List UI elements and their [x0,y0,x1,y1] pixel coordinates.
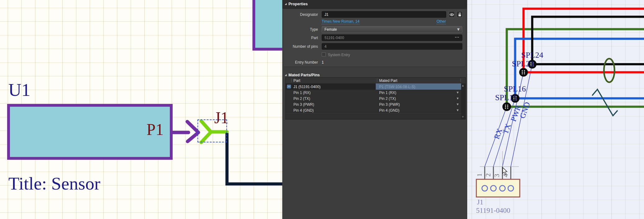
ellipsis-button[interactable]: ··· [455,35,460,39]
connector-part-number[interactable]: 51191-0400 [476,207,510,214]
lock-button[interactable] [456,11,463,18]
harness-design-workspace: U1 P1 Title: Sensor J1 ◢ Properties Desi… [0,0,644,219]
number-of-pins-label: Number of pins [282,44,318,49]
zigzag-symbol[interactable] [592,89,618,116]
schematic-canvas[interactable]: U1 P1 Title: Sensor J1 [0,0,282,219]
collapse-row-button[interactable]: − [287,85,291,88]
visibility-toggle-button[interactable] [449,11,455,18]
designator-input[interactable]: J1 [322,11,446,18]
font-link[interactable]: Times New Roman, 14 [322,19,360,24]
system-entry-checkbox[interactable] [322,52,326,56]
column-header-part[interactable]: Part [293,78,300,83]
collapse-icon[interactable]: ◢ [285,74,287,76]
type-value: Female [324,27,337,32]
entry-number-value: 1 [322,60,324,65]
pin-number-2: 2 [484,173,492,177]
mated-parts-table: Part Mated Part − J1 (51191-0400) P1 (TS… [285,77,466,119]
mated-parts-title: Mated Parts/Pins [288,73,320,77]
table-row-parent[interactable]: − J1 (51191-0400) P1 (TSW-104-08-L-S) [286,83,465,90]
table-row-pin2[interactable]: Pin 2 (TX) Pin 2 (TX) ▼ [286,96,465,102]
table-scrollbar[interactable]: ▲ ▼ [461,83,465,119]
column-header-mated-part[interactable]: Mated Part [379,78,397,83]
designator-label: Designator [282,12,318,17]
other-link[interactable]: Other [437,19,446,24]
chevron-down-icon[interactable]: ▼ [457,109,459,112]
table-row-pin3[interactable]: Pin 3 (PWR) Pin 3 (PWR) ▼ [286,101,465,108]
harness-graphics: SPL24 SPL23 SPL16 SPL15 RX TX PWR GND [467,0,644,219]
wire-blue[interactable] [515,39,644,98]
connector-designator[interactable]: J1 [477,198,483,206]
part-field[interactable]: 51191-0400 ··· [322,34,462,41]
connector-pin-stubs[interactable] [485,167,511,180]
chevron-down-icon[interactable]: ▼ [457,103,459,106]
parent-mated-part-cell[interactable]: P1 (TSW-104-08-L-S) [376,83,461,90]
unlocked-padlock-icon [458,12,461,17]
wire-black[interactable] [532,17,644,64]
part-label: Part [282,36,318,40]
table-row-pin4[interactable]: Pin 4 (GND) Pin 4 (GND) ▼ [286,107,465,114]
selection-box [197,119,227,142]
table-header-row: Part Mated Part [286,78,465,84]
splice-label-spl15[interactable]: SPL15 [495,93,517,102]
schematic-graphics [0,0,282,219]
chevron-down-icon[interactable]: ▼ [457,97,459,100]
chevron-down-icon: ▼ [457,28,460,31]
signal-label-tx[interactable]: TX [501,123,513,135]
harness-wire[interactable] [227,133,282,184]
properties-title: Properties [288,2,308,6]
table-row-pin1[interactable]: Pin 1 (RX) Pin 1 (RX) ▼ [286,90,465,96]
number-of-pins-field[interactable]: 4 [322,43,462,50]
scroll-down-icon[interactable]: ▼ [462,116,464,118]
splice-label-spl16[interactable]: SPL16 [504,84,526,93]
mouse-cursor [503,168,507,174]
pin-number-3: 3 [493,174,501,177]
properties-panel: ◢ Properties Designator J1 Times New Rom… [282,0,467,219]
port-arrow[interactable] [173,122,198,141]
pin-number-1: 1 [475,173,483,177]
parent-part-cell: J1 (51191-0400) [293,85,320,89]
system-entry-label: System Entry [328,53,350,57]
splice-label-spl23[interactable]: SPL23 [512,59,534,68]
chevron-down-icon[interactable]: ▼ [457,91,459,94]
part-value: 51191-0400 [324,36,344,40]
signal-label-gnd[interactable]: GND [518,101,532,119]
splice-spl15 [502,102,511,111]
mated-parts-section-header[interactable]: ◢ Mated Parts/Pins [282,71,467,77]
wire-red[interactable] [524,9,644,72]
loop-symbol[interactable] [604,59,615,82]
splice-spl23 [519,68,528,77]
scroll-up-icon[interactable]: ▲ [462,84,464,87]
collapse-icon[interactable]: ◢ [285,2,287,5]
splice-label-spl24[interactable]: SPL24 [521,51,543,60]
harness-canvas[interactable]: SPL24 SPL23 SPL16 SPL15 RX TX PWR GND [467,0,644,219]
properties-section-header[interactable]: ◢ Properties [282,0,467,9]
eye-icon [450,13,454,16]
entry-number-label: Entry Number [282,60,318,65]
type-label: Type [282,27,318,32]
type-dropdown[interactable]: Female ▼ [322,26,462,33]
